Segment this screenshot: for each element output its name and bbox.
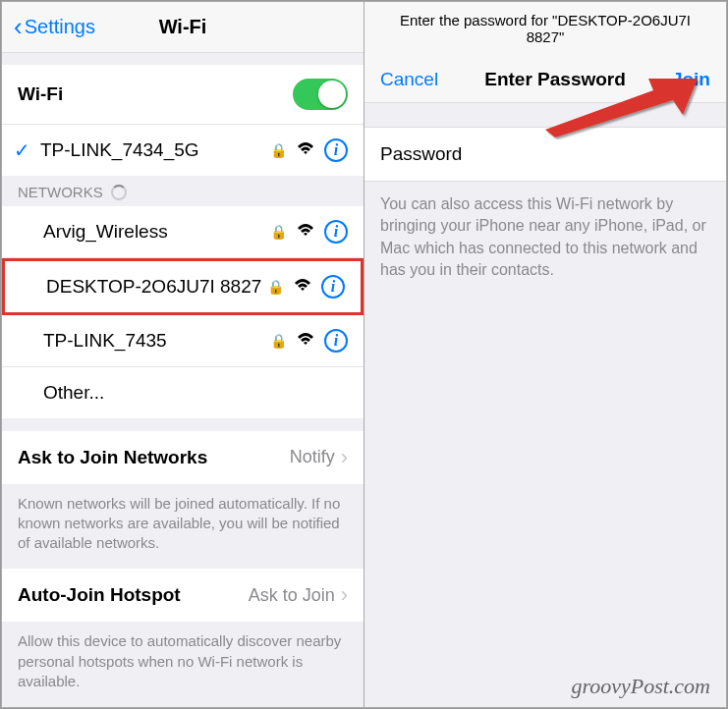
lock-icon: 🔒 — [270, 224, 287, 240]
wifi-toggle-label: Wi-Fi — [18, 83, 293, 105]
chevron-right-icon: › — [341, 445, 348, 470]
modal-title: Enter Password — [484, 69, 626, 90]
password-field-row[interactable]: Password — [364, 127, 726, 182]
header-bar: ‹ Settings Wi-Fi — [2, 2, 364, 53]
ask-to-join-footer: Known networks will be joined automatica… — [2, 484, 364, 570]
auto-join-row[interactable]: Auto-Join Hotspot Ask to Join › — [2, 569, 364, 622]
wifi-toggle-row: Wi-Fi — [2, 65, 364, 125]
info-icon[interactable]: i — [324, 220, 348, 244]
auto-join-label: Auto-Join Hotspot — [18, 584, 249, 606]
connected-network-row[interactable]: ✓ TP-LINK_7434_5G 🔒 i — [2, 125, 364, 176]
back-label: Settings — [25, 16, 95, 38]
lock-icon: 🔒 — [267, 279, 284, 295]
info-icon[interactable]: i — [324, 138, 348, 162]
network-name: Arvig_Wireless — [43, 221, 270, 243]
network-row[interactable]: Arvig_Wireless 🔒 i — [2, 206, 364, 258]
chevron-left-icon: ‹ — [14, 12, 23, 42]
ask-to-join-row[interactable]: Ask to Join Networks Notify › — [2, 431, 364, 484]
networks-header: Networks — [2, 176, 364, 206]
auto-join-value: Ask to Join — [249, 585, 335, 606]
dialog-subheader: Enter the password for "DESKTOP-2O6JU7I … — [364, 2, 726, 57]
password-hint: You can also access this Wi-Fi network b… — [364, 182, 726, 294]
wifi-signal-icon — [294, 278, 311, 296]
network-row[interactable]: TP-LINK_7435 🔒 i — [2, 315, 364, 367]
password-label: Password — [380, 143, 462, 164]
lock-icon: 🔒 — [270, 142, 287, 158]
chevron-right-icon: › — [341, 582, 348, 608]
info-icon[interactable]: i — [324, 329, 348, 353]
modal-bar: Cancel Enter Password Join — [364, 57, 726, 103]
wifi-signal-icon — [297, 332, 314, 350]
other-network-row[interactable]: Other... — [2, 367, 364, 418]
wifi-toggle[interactable] — [293, 79, 348, 110]
ask-to-join-value: Notify — [290, 447, 335, 467]
wifi-signal-icon — [297, 223, 314, 241]
other-label: Other... — [43, 382, 348, 404]
network-name: TP-LINK_7435 — [43, 330, 270, 352]
lock-icon: 🔒 — [270, 333, 287, 349]
auto-join-footer: Allow this device to automatically disco… — [2, 622, 364, 707]
checkmark-icon: ✓ — [14, 138, 30, 162]
back-button[interactable]: ‹ Settings — [14, 12, 95, 42]
ask-to-join-label: Ask to Join Networks — [18, 447, 290, 468]
join-button[interactable]: Join — [672, 69, 710, 90]
password-dialog-panel: Enter the password for "DESKTOP-2O6JU7I … — [364, 1, 727, 708]
network-row-highlighted[interactable]: DESKTOP-2O6JU7I 8827 🔒 i — [2, 258, 364, 315]
network-name: DESKTOP-2O6JU7I 8827 — [46, 276, 267, 298]
connected-network-name: TP-LINK_7434_5G — [40, 139, 270, 161]
info-icon[interactable]: i — [321, 275, 345, 299]
cancel-button[interactable]: Cancel — [380, 69, 438, 90]
wifi-settings-panel: ‹ Settings Wi-Fi Wi-Fi ✓ TP-LINK_7434_5G… — [1, 1, 364, 708]
watermark: groovyPost.com — [571, 674, 710, 699]
page-title: Wi-Fi — [159, 16, 207, 38]
wifi-signal-icon — [297, 141, 314, 159]
spinner-icon — [111, 185, 127, 200]
